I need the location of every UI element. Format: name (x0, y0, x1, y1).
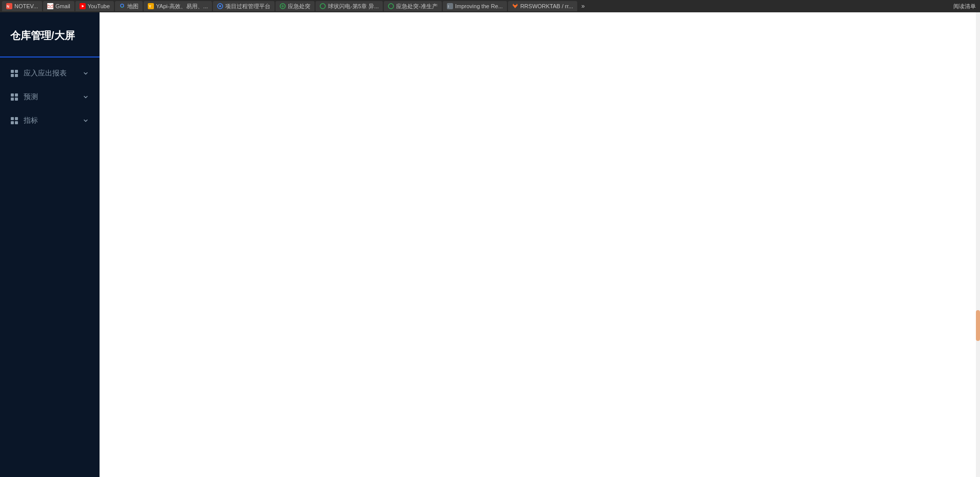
emergency1-favicon (280, 3, 286, 9)
svg-text:N: N (7, 5, 9, 8)
scrollbar-track[interactable] (976, 12, 980, 477)
notev-favicon: N (6, 3, 12, 9)
svg-point-9 (219, 5, 221, 7)
sidebar: 仓库管理/大屏 应入应出报表 (0, 12, 100, 477)
maps-favicon (119, 3, 125, 9)
gitlab-favicon (512, 3, 518, 9)
project-favicon (217, 3, 223, 9)
tab-youtube-label: YouTube (88, 3, 110, 9)
nav-forecast-chevron (82, 93, 89, 101)
tab-maps-label: 地图 (127, 3, 139, 10)
improving-favicon: I (447, 3, 453, 9)
nav-item-indicators[interactable]: 指标 (0, 109, 100, 132)
svg-text:I: I (448, 5, 449, 8)
scrollbar-thumb[interactable] (976, 310, 980, 341)
browser-tabs-bar: N NOTEV... Gmail YouTube 地图 Y YApi-高效、易用… (0, 0, 980, 12)
tab-emergency1-label: 应急处突 (288, 3, 310, 10)
flash-favicon (320, 3, 326, 9)
emergency2-favicon (388, 3, 394, 9)
nav-reports-label: 应入应出报表 (24, 69, 77, 78)
tab-notev-label: NOTEV... (14, 3, 38, 9)
tab-gitlab[interactable]: RRSWORKTAB / rr... (508, 1, 577, 11)
tab-gitlab-label: RRSWORKTAB / rr... (520, 3, 573, 9)
nav-indicators-icon (10, 117, 18, 125)
tab-gmail[interactable]: Gmail (43, 1, 74, 11)
nav-reports-chevron (82, 70, 89, 77)
reading-list-button[interactable]: 阅读清单 (953, 3, 976, 10)
nav-indicators-label: 指标 (24, 116, 77, 125)
tab-flash-label: 球状闪电-第5章 异... (328, 3, 379, 10)
browser-actions: 阅读清单 (953, 3, 978, 10)
sidebar-nav: 应入应出报表 预测 (0, 58, 100, 132)
tab-maps[interactable]: 地图 (115, 1, 143, 11)
tab-project-label: 项目过程管理平台 (225, 3, 270, 10)
youtube-favicon (80, 3, 86, 9)
nav-reports-icon (10, 69, 18, 78)
tab-yapi-label: YApi-高效、易用、... (156, 3, 208, 10)
yapi-favicon: Y (148, 3, 154, 9)
nav-forecast-icon (10, 93, 18, 101)
sidebar-title: 仓库管理/大屏 (0, 12, 100, 56)
nav-forecast-label: 预测 (24, 92, 77, 102)
tab-improving[interactable]: I Improving the Re... (443, 1, 507, 11)
tab-project[interactable]: 项目过程管理平台 (213, 1, 275, 11)
tab-yapi[interactable]: Y YApi-高效、易用、... (144, 1, 212, 11)
svg-point-13 (320, 4, 325, 9)
nav-item-forecast[interactable]: 预测 (0, 85, 100, 109)
tab-notev[interactable]: N NOTEV... (2, 1, 42, 11)
tab-emergency1[interactable]: 应急处突 (276, 1, 315, 11)
tab-emergency2[interactable]: 应急处突-准生产 (384, 1, 442, 11)
tab-improving-label: Improving the Re... (455, 3, 503, 9)
svg-point-14 (388, 4, 394, 9)
gmail-favicon (47, 3, 53, 9)
tab-youtube[interactable]: YouTube (75, 1, 114, 11)
tabs-overflow-button[interactable]: » (578, 3, 588, 10)
app-container: 仓库管理/大屏 应入应出报表 (0, 12, 980, 477)
main-content (100, 12, 980, 477)
nav-indicators-chevron (82, 117, 89, 124)
tab-gmail-label: Gmail (55, 3, 70, 9)
tab-emergency2-label: 应急处突-准生产 (396, 3, 438, 10)
nav-item-reports[interactable]: 应入应出报表 (0, 62, 100, 85)
svg-text:Y: Y (149, 5, 151, 8)
tab-flash[interactable]: 球状闪电-第5章 异... (316, 1, 383, 11)
